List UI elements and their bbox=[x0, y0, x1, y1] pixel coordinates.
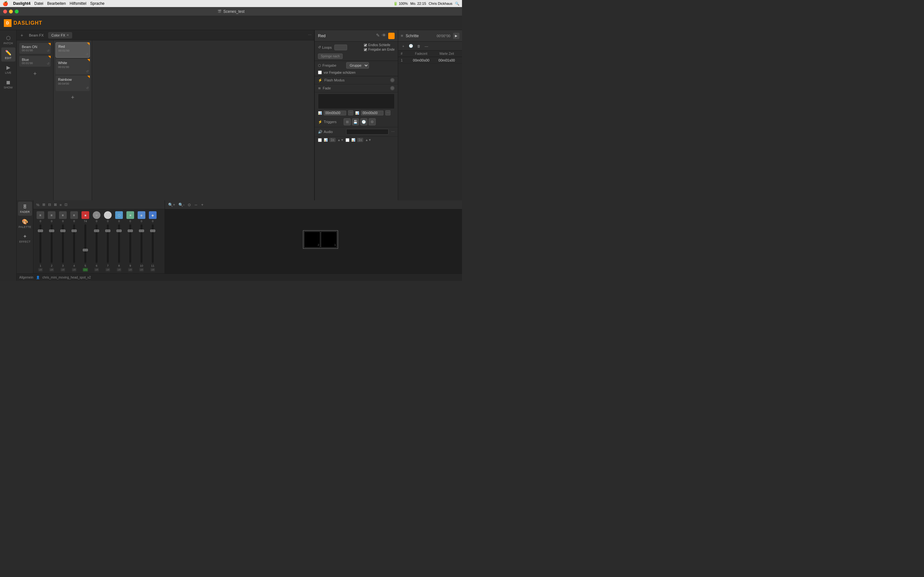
trigger-btn-1[interactable]: ⊞ bbox=[344, 118, 351, 125]
tab-color-fx[interactable]: Color FX ✕ bbox=[48, 32, 72, 39]
sidebar-item-edit[interactable]: ✏️ EDIT bbox=[1, 47, 15, 61]
menu-datei[interactable]: Datei bbox=[34, 1, 43, 6]
scene-item-red[interactable]: Red 00:01'00 ↺ bbox=[55, 42, 90, 58]
trigger-btn-2[interactable]: 💾 bbox=[352, 118, 359, 125]
tab-beam-fx[interactable]: Beam FX bbox=[26, 32, 47, 39]
group-item-blue[interactable]: Blue 00:01'00 ↺ bbox=[19, 56, 51, 67]
audio-checkbox-1[interactable] bbox=[318, 138, 322, 142]
minimize-button[interactable] bbox=[9, 10, 13, 13]
sidebar-palette[interactable]: 🎨 PALETTE bbox=[18, 216, 32, 230]
endlos-schleife-checkbox[interactable] bbox=[364, 44, 367, 47]
channel-thumb-4[interactable] bbox=[71, 229, 77, 232]
add-tab-button[interactable]: + bbox=[19, 33, 24, 38]
search-icon[interactable]: 🔍 bbox=[455, 2, 459, 6]
refresh-icon[interactable]: ↺ bbox=[86, 86, 89, 90]
channel-thumb-3[interactable] bbox=[60, 229, 65, 232]
channel-track-10[interactable] bbox=[141, 224, 142, 263]
sidebar-effect[interactable]: ✦ EFFECT bbox=[18, 231, 32, 245]
springs-button[interactable]: Springe nach bbox=[318, 53, 342, 59]
menu-daslight[interactable]: Daslight4 bbox=[13, 1, 31, 6]
menu-hilfsmittel[interactable]: Hilfsmittel bbox=[69, 1, 86, 6]
group-item-beamon[interactable]: Beam ON 00:01'00 ↺ bbox=[19, 43, 51, 54]
menu-bearbeiten[interactable]: Bearbeiten bbox=[47, 1, 66, 6]
freigabe-am-ende-checkbox[interactable] bbox=[364, 48, 367, 51]
channel-track-9[interactable] bbox=[129, 224, 131, 263]
add-stage-item[interactable]: + bbox=[200, 202, 204, 208]
zoom-out-icon[interactable]: 🔍- bbox=[178, 202, 185, 208]
flash-modus-toggle[interactable] bbox=[390, 78, 395, 82]
channel-thumb-8[interactable] bbox=[116, 229, 121, 232]
audio-more-button[interactable]: ⋯ bbox=[391, 130, 395, 134]
scene-item-white[interactable]: White 00:01'00 ↺ bbox=[55, 59, 90, 74]
scene-item-rainbow[interactable]: Rainbow 00:04'00 ↺ bbox=[55, 76, 90, 91]
sidebar-item-show[interactable]: ◼ SHOW bbox=[1, 77, 15, 91]
channel-track-3[interactable] bbox=[62, 224, 64, 263]
close-button[interactable] bbox=[3, 10, 7, 13]
menu-sprache[interactable]: Sprache bbox=[90, 1, 105, 6]
fixture-2[interactable]: 2 bbox=[304, 231, 320, 247]
refresh-icon[interactable]: ↺ bbox=[47, 49, 49, 53]
fade-time-start[interactable] bbox=[324, 111, 346, 115]
channel-thumb-2[interactable] bbox=[49, 229, 54, 232]
audio-stepper-2[interactable]: ▲▼ bbox=[365, 138, 372, 142]
table-row[interactable]: 1 00m00s00 00m01s00 bbox=[398, 57, 462, 64]
fade-btn-1[interactable]: ⋯ bbox=[348, 110, 353, 115]
channel-track-7[interactable] bbox=[107, 224, 109, 263]
refresh-icon[interactable]: ↺ bbox=[86, 69, 89, 73]
sidebar-fader[interactable]: 🎚 FADER bbox=[18, 201, 32, 216]
vor-freigabe-checkbox[interactable] bbox=[318, 71, 322, 74]
channel-track-11[interactable] bbox=[152, 224, 153, 263]
scene-add-button[interactable]: + bbox=[55, 92, 90, 103]
percent-tool[interactable]: % bbox=[35, 202, 40, 207]
fade-btn-2[interactable]: ⋯ bbox=[385, 110, 391, 115]
sidebar-item-patch[interactable]: ⬡ PATCH bbox=[1, 33, 15, 47]
prop-eye-icon[interactable]: 👁 bbox=[382, 33, 386, 39]
channel-track-6[interactable] bbox=[95, 224, 97, 263]
fixture-1[interactable]: 1 bbox=[321, 231, 337, 247]
audio-stepper-1[interactable]: ▲▼ bbox=[338, 138, 344, 142]
steps-trash-button[interactable]: 🗑 bbox=[415, 43, 422, 49]
zoom-reset-icon[interactable]: ⊙ bbox=[187, 202, 192, 208]
group-add-button[interactable]: + bbox=[19, 69, 51, 79]
grid-tool-1[interactable]: ⊞ bbox=[41, 202, 46, 207]
loops-input[interactable] bbox=[334, 45, 347, 50]
zoom-in-icon[interactable]: 🔍+ bbox=[168, 202, 176, 208]
steps-play-button[interactable]: ▶ bbox=[453, 33, 459, 39]
channel-thumb-6[interactable] bbox=[94, 229, 99, 232]
fade-toggle[interactable] bbox=[390, 86, 395, 90]
steps-add-button[interactable]: + bbox=[400, 43, 407, 49]
close-tab-icon[interactable]: ✕ bbox=[66, 33, 69, 37]
grid-tool-3[interactable]: ⊠ bbox=[53, 202, 58, 207]
trigger-btn-3[interactable]: 🕐 bbox=[360, 118, 367, 125]
channel-track-8[interactable] bbox=[118, 224, 120, 263]
apple-menu[interactable]: 🍎 bbox=[3, 1, 8, 6]
maximize-button[interactable] bbox=[15, 10, 19, 13]
audio-checkbox-2[interactable] bbox=[346, 138, 349, 142]
grid-tool-2[interactable]: ⊟ bbox=[47, 202, 52, 207]
prop-edit-icon[interactable]: ✎ bbox=[376, 33, 380, 39]
refresh-icon[interactable]: ↺ bbox=[86, 53, 88, 56]
sidebar-item-live[interactable]: ▶ LIVE bbox=[1, 62, 15, 76]
refresh-icon[interactable]: ↺ bbox=[47, 62, 49, 65]
steps-clock-button[interactable]: 🕐 bbox=[408, 43, 414, 49]
channel-thumb-5[interactable] bbox=[83, 249, 88, 251]
audio-input[interactable] bbox=[346, 129, 389, 135]
channel-track-4[interactable] bbox=[73, 224, 75, 263]
freigabe-select[interactable]: Gruppe bbox=[346, 62, 369, 69]
channel-track-2[interactable] bbox=[51, 224, 53, 263]
grid-tool-4[interactable]: ≡ bbox=[59, 202, 63, 207]
trigger-btn-4[interactable]: ⚙ bbox=[368, 118, 376, 125]
channel-thumb-11[interactable] bbox=[150, 229, 155, 232]
prop-color-swatch[interactable] bbox=[388, 33, 395, 39]
pan-icon[interactable]: ↔ bbox=[194, 202, 199, 208]
channel-track-5[interactable] bbox=[84, 224, 86, 263]
channel-thumb-7[interactable] bbox=[105, 229, 110, 232]
grid-tool-5[interactable]: ⊡ bbox=[63, 202, 68, 207]
channel-track-1[interactable] bbox=[39, 224, 41, 263]
channel-thumb-9[interactable] bbox=[128, 229, 133, 232]
steps-more-button[interactable]: — bbox=[423, 43, 430, 49]
fade-time-end[interactable] bbox=[361, 111, 383, 115]
channel-thumb-10[interactable] bbox=[139, 229, 144, 232]
tab-overflow[interactable]: ⋯ bbox=[308, 33, 312, 37]
channel-thumb-1[interactable] bbox=[38, 229, 43, 232]
